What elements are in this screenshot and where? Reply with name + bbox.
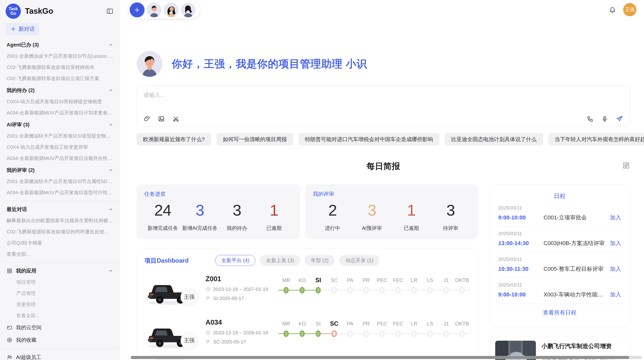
member-avatar[interactable] bbox=[181, 3, 196, 17]
sidebar-task-item[interactable]: C02-飞腾新能源轻客改款项目立项汇报方案 bbox=[0, 73, 120, 84]
sidebar-task-item[interactable]: A034-全新新能源MUV产品开发项目法规符合性评审 bbox=[0, 153, 120, 164]
milestone-node bbox=[300, 331, 305, 337]
milestone-node bbox=[364, 331, 369, 337]
notification-bell-icon[interactable] bbox=[609, 6, 616, 13]
stat-row: 24新增完成任务3新增AI完成任务3我的待办1已逾期 bbox=[144, 201, 292, 232]
stat-value: 3 bbox=[431, 201, 470, 219]
milestone-stop bbox=[454, 285, 470, 296]
sidebar-section-header[interactable]: 我的评审 (2) bbox=[0, 164, 120, 176]
suggestion-chip[interactable]: 如何写一份清晰的项目周报 bbox=[216, 133, 293, 145]
dashboard-tab[interactable]: 全新平台 (4) bbox=[215, 255, 255, 266]
flag-icon bbox=[206, 296, 211, 301]
stat-cards: 任务进度24新增完成任务3新增AI完成任务3我的待办1已逾期我的评审2进行中3A… bbox=[137, 184, 478, 239]
project-info: Z0012023-12-19 ~ 2027-01-19SI-2025-05-17 bbox=[206, 273, 274, 301]
app-sub-item[interactable]: 产品管理 bbox=[0, 288, 120, 299]
member-avatar[interactable] bbox=[147, 3, 162, 17]
sidebar-section-header[interactable]: Agent已办 (3) bbox=[0, 39, 120, 51]
recent-view-all[interactable]: 查看全部... bbox=[0, 249, 120, 260]
recent-chats-header[interactable]: 最近对话 bbox=[0, 203, 120, 215]
recent-chat-item[interactable]: 解释最新出台的欧盟报废车法规再生塑料比例被调至15%... bbox=[0, 215, 120, 226]
sidebar-section-header[interactable]: AI评审 (3) bbox=[0, 118, 120, 130]
phone-call-icon[interactable] bbox=[587, 115, 594, 122]
sidebar-item-favorites[interactable]: 我的收藏 bbox=[0, 334, 120, 346]
cloud-space-icon bbox=[7, 325, 12, 331]
milestone-node bbox=[428, 331, 433, 337]
stat-value: 24 bbox=[144, 201, 181, 219]
milestone-label: J1 bbox=[438, 319, 454, 328]
sidebar-task-item[interactable]: Z001-全新燃油轻卡产品开发项目SI节点属性5D文件评审 bbox=[0, 176, 120, 187]
topbar: 王强 bbox=[120, 0, 644, 20]
schedule-join-link[interactable]: 加入 bbox=[610, 214, 621, 221]
schedule-join-link[interactable]: 加入 bbox=[610, 239, 621, 247]
sidebar-item-label: AI超级员工 bbox=[16, 354, 41, 360]
dashboard-columns: 任务进度24新增完成任务3新增AI完成任务3我的待办1已逾期我的评审2进行中3A… bbox=[137, 184, 630, 360]
milestone-node bbox=[412, 287, 417, 293]
stat-label: 我的待办 bbox=[218, 225, 256, 232]
sidebar-task-item[interactable]: Z001-全新燃油轻卡产品开发项目SI造型提交物评审 bbox=[0, 130, 120, 142]
briefing-title: 每日简报 bbox=[137, 161, 630, 172]
app-sub-item[interactable]: 查看全部... bbox=[0, 310, 120, 321]
layout-grid-icon[interactable] bbox=[622, 162, 630, 169]
milestone-stop bbox=[278, 285, 294, 296]
dashboard-tab[interactable]: 动总开发 (1) bbox=[339, 255, 379, 266]
app-sub-item[interactable]: 项目管理 bbox=[0, 277, 120, 288]
attachment-icon[interactable] bbox=[143, 115, 150, 122]
apps-grid-icon bbox=[7, 268, 12, 274]
schedule-join-link[interactable]: 加入 bbox=[610, 265, 621, 273]
new-chat-button[interactable]: 新对话 bbox=[6, 23, 39, 35]
sidebar-task-item[interactable]: C02-飞腾新能源轻客改款项目里程碑画布 bbox=[0, 62, 120, 73]
my-apps-header[interactable]: 我的应用 bbox=[0, 265, 120, 277]
sidebar-item-cloud-space[interactable]: 我的云空间 bbox=[0, 321, 120, 334]
stat-value: 3 bbox=[352, 201, 392, 219]
milestone-node bbox=[379, 287, 385, 293]
add-agent-button[interactable] bbox=[130, 3, 144, 17]
microphone-icon[interactable] bbox=[601, 115, 608, 122]
milestone-node bbox=[332, 331, 337, 337]
sidebar-task-item[interactable]: Z001-全新燃油皮卡产品开发项目SI节点Lesson Learn报告 bbox=[0, 51, 120, 62]
sidebar-task-item[interactable]: C0X4-动力总成开发项目工程变更评审 bbox=[0, 142, 120, 153]
sidebar: Task Go TaskGo 新对话 Agent已办 (3)Z001-全新燃油皮… bbox=[0, 0, 120, 360]
sidebar-task-item[interactable]: C0X4-动力总成开发项目SI里程碑提交物检查 bbox=[0, 96, 120, 107]
schedule-join-link[interactable]: 加入 bbox=[610, 291, 621, 298]
milestone-stop bbox=[294, 285, 310, 296]
ai-staff-icon bbox=[7, 354, 12, 360]
project-row[interactable]: 王强A0342023-12-19 ~ 2026-01-19SC-2025-05-… bbox=[144, 316, 470, 353]
chevron-up-icon bbox=[108, 88, 113, 93]
milestone-label: FEC bbox=[390, 276, 406, 285]
scrollbar-thumb[interactable] bbox=[131, 356, 629, 359]
sidebar-task-item[interactable]: A034-全新新能源MUV产品开发项目造型可行性评审 bbox=[0, 187, 120, 198]
user-avatar[interactable]: 王强 bbox=[623, 3, 636, 16]
send-icon[interactable] bbox=[616, 115, 623, 123]
milestone-label: LS bbox=[422, 276, 438, 285]
app-title: TaskGo bbox=[25, 7, 106, 16]
suggestion-chip[interactable]: 当下年轻人对汽车外观有怎样的喜好趋势 bbox=[548, 133, 644, 145]
suggestion-chip[interactable]: 比亚迪全固态电池计划具体说了什么 bbox=[445, 133, 543, 145]
milestone-stop bbox=[390, 285, 406, 296]
logo-line-1: Task bbox=[9, 7, 18, 11]
milestone-stop bbox=[326, 328, 342, 339]
scissors-icon[interactable] bbox=[172, 115, 179, 122]
sidebar-collapse-icon[interactable] bbox=[106, 8, 113, 15]
image-icon[interactable] bbox=[158, 115, 165, 122]
app-sub-item[interactable]: 变更管理 bbox=[0, 299, 120, 310]
project-row[interactable]: 王强Z0012023-12-19 ~ 2027-01-19SI-2025-05-… bbox=[144, 273, 470, 309]
milestone-stop bbox=[342, 285, 358, 296]
sidebar-task-item[interactable]: A034-全新新能源MUV产品开发项目计划变更表编写 bbox=[0, 107, 120, 118]
recent-chat-item[interactable]: C02-飞腾新能源轻客改款项目的闭环通告反馈情况 bbox=[0, 226, 120, 237]
schedule-view-all[interactable]: 查看所有日程 bbox=[497, 304, 622, 322]
sidebar-section-header[interactable]: 我的待办 (2) bbox=[0, 84, 120, 96]
suggestion-chip[interactable]: 欧洲新规最近颁布了什么? bbox=[137, 133, 211, 145]
suggestion-chip[interactable]: 特朗普可能对进口汽车增税会对中国车企造成哪些影响 bbox=[299, 133, 440, 145]
dashboard-tab[interactable]: 年型 (2) bbox=[305, 255, 335, 266]
schedule-event-title: C001-立项审批会 bbox=[544, 214, 606, 221]
message-input[interactable] bbox=[143, 91, 623, 108]
project-code: Z001 bbox=[206, 275, 274, 283]
member-avatar[interactable] bbox=[164, 3, 179, 17]
dashboard-tab[interactable]: 全新上装 (3) bbox=[260, 255, 300, 266]
recent-chat-item[interactable]: 公司Q3轻卡销量 bbox=[0, 237, 120, 249]
left-column: 任务进度24新增完成任务3新增AI完成任务3我的待办1已逾期我的评审2进行中3A… bbox=[137, 184, 478, 360]
stat-card-title: 我的评审 bbox=[313, 190, 470, 198]
sidebar-item-ai-staff[interactable]: AI超级员工 bbox=[0, 351, 120, 360]
briefing-header: 每日简报 bbox=[137, 161, 630, 172]
schedule-line: 9:00-10:00X003-车辆动力学性能验...加入 bbox=[498, 291, 621, 298]
